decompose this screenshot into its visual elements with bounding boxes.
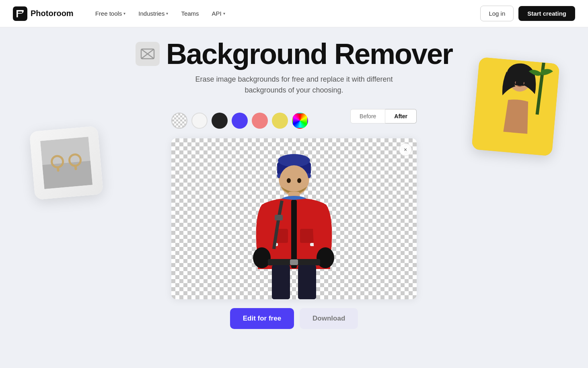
after-button[interactable]: After (385, 109, 417, 123)
before-after-toggle: Before After (350, 109, 417, 123)
before-button[interactable]: Before (350, 109, 385, 123)
svg-point-21 (280, 165, 308, 196)
hero-subtitle: Erase image backgrounds for free and rep… (193, 74, 395, 96)
svg-rect-26 (291, 200, 297, 268)
navbar: Photoroom Free tools ▾ Industries ▾ Team… (0, 0, 588, 27)
background-remover-icon (140, 46, 155, 62)
download-button[interactable]: Download (300, 308, 358, 329)
logo-icon (13, 6, 27, 21)
logo-link[interactable]: Photoroom (13, 6, 74, 21)
close-button[interactable]: × (399, 143, 412, 156)
nav-industries[interactable]: Industries ▾ (133, 7, 174, 20)
hero-title: Background Remover (166, 39, 452, 68)
canvas-wrapper: Before After (171, 104, 417, 329)
controls-row: Before After (171, 104, 417, 134)
chevron-down-icon: ▾ (123, 11, 125, 16)
woman-svg (471, 57, 559, 156)
svg-rect-36 (298, 265, 316, 299)
woman-image (471, 57, 559, 156)
brand-name: Photoroom (31, 9, 74, 18)
svg-point-23 (297, 178, 301, 183)
login-button[interactable]: Log in (480, 6, 514, 21)
color-yellow[interactable] (272, 113, 288, 129)
image-canvas: × (171, 138, 417, 299)
hero-section: Background Remover Erase image backgroun… (127, 27, 461, 104)
person-svg (250, 140, 338, 299)
color-black[interactable] (212, 113, 228, 129)
svg-rect-37 (275, 215, 283, 220)
nav-api[interactable]: API ▾ (206, 7, 231, 20)
color-custom[interactable] (292, 113, 308, 129)
edit-for-free-button[interactable]: Edit for free (230, 308, 294, 329)
nav-teams[interactable]: Teams (175, 7, 204, 20)
svg-rect-2 (42, 161, 93, 189)
earrings-visual (40, 137, 93, 189)
svg-rect-35 (272, 265, 290, 299)
start-creating-button[interactable]: Start creating (518, 6, 575, 21)
svg-point-22 (287, 178, 291, 183)
earrings-image (29, 126, 103, 200)
nav-free-tools[interactable]: Free tools ▾ (90, 7, 132, 20)
float-card-earrings (29, 126, 103, 200)
chevron-down-icon: ▾ (223, 11, 225, 16)
nav-links: Free tools ▾ Industries ▾ Teams API ▾ (90, 7, 481, 20)
svg-rect-34 (290, 259, 298, 265)
main-content: Background Remover Erase image backgroun… (0, 0, 588, 368)
nav-actions: Log in Start creating (480, 6, 575, 21)
svg-point-19 (278, 154, 310, 167)
color-white[interactable] (191, 113, 208, 129)
color-swatches (171, 113, 308, 129)
color-purple[interactable] (232, 113, 248, 129)
color-pink[interactable] (252, 113, 268, 129)
chevron-down-icon: ▾ (166, 11, 168, 16)
hero-title-row: Background Remover (136, 39, 452, 68)
action-buttons: Edit for free Download (230, 308, 358, 329)
svg-point-31 (253, 247, 271, 268)
color-transparent[interactable] (171, 113, 187, 129)
float-card-woman (471, 57, 559, 156)
hero-icon-box (136, 42, 160, 66)
